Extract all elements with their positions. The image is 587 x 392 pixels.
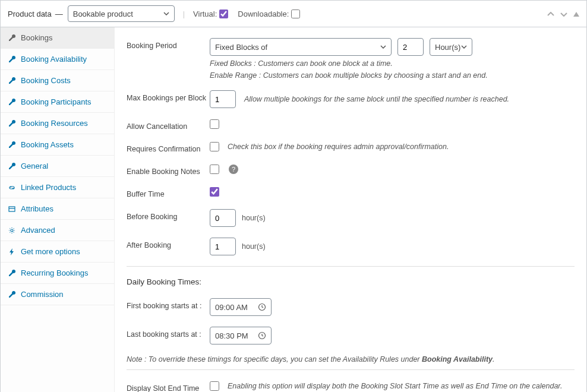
row-buffer-time: Buffer Time <box>127 186 575 198</box>
move-up-icon[interactable] <box>547 10 554 18</box>
buffer-time-label: Buffer Time <box>127 186 210 198</box>
after-booking-unit: hour(s) <box>242 242 266 251</box>
sidebar-item-booking-resources[interactable]: Booking Resources <box>1 113 114 134</box>
wrench-icon <box>8 141 16 149</box>
virtual-checkbox[interactable] <box>219 10 228 18</box>
wrench-icon <box>8 34 16 42</box>
last-booking-label: Last booking starts at : <box>127 327 210 339</box>
row-after-booking: After Booking hour(s) <box>127 238 575 255</box>
downloadable-checkbox[interactable] <box>291 10 300 18</box>
dash: — <box>55 10 63 18</box>
bolt-icon <box>8 248 16 256</box>
max-bookings-label: Max Bookings per Block <box>127 90 210 102</box>
max-bookings-help: Allow multiple bookings for the same blo… <box>244 95 509 103</box>
allow-cancellation-checkbox[interactable] <box>210 119 219 129</box>
sidebar-item-booking-assets[interactable]: Booking Assets <box>1 134 114 156</box>
display-slot-end-help: Enabling this option will display both t… <box>228 382 563 390</box>
booking-period-unit-select[interactable]: Hour(s) <box>430 38 472 56</box>
gear-icon <box>8 226 16 235</box>
sidebar-item-attributes[interactable]: Attributes <box>1 198 114 220</box>
last-booking-value: 08:30 PM <box>215 331 248 340</box>
downloadable-toggle[interactable]: Downloadable: <box>238 10 300 18</box>
before-booking-input[interactable] <box>210 209 236 227</box>
help-icon[interactable]: ? <box>229 165 238 174</box>
sidebar-item-label: Booking Resources <box>21 119 88 128</box>
panel-controls <box>547 10 579 18</box>
max-bookings-input[interactable] <box>210 90 236 108</box>
sidebar-item-recurring-bookings[interactable]: Recurring Bookings <box>1 263 114 284</box>
row-max-bookings: Max Bookings per Block Allow multiple bo… <box>127 90 575 108</box>
downloadable-label: Downloadable: <box>238 10 289 18</box>
first-booking-time-input[interactable]: 09:00 AM <box>210 298 272 316</box>
clock-icon <box>258 303 266 311</box>
chevron-down-icon <box>461 45 467 49</box>
sidebar-item-booking-costs[interactable]: Booking Costs <box>1 70 114 91</box>
sidebar-item-booking-availability[interactable]: Booking Availability <box>1 49 114 70</box>
wrench-icon <box>8 290 16 299</box>
sidebar-item-bookings[interactable]: Bookings <box>1 27 114 49</box>
row-enable-notes: Enable Booking Notes ? <box>127 164 575 176</box>
product-data-panel: Product data — Bookable product | Virtua… <box>0 0 587 392</box>
wrench-icon <box>8 269 16 277</box>
divider <box>127 369 575 370</box>
sidebar-item-label: Booking Costs <box>21 76 71 85</box>
requires-confirmation-help: Check this box if the booking requires a… <box>228 143 449 151</box>
collapse-icon[interactable] <box>573 10 579 18</box>
sidebar-item-label: Advanced <box>21 226 55 235</box>
enable-notes-label: Enable Booking Notes <box>127 164 210 176</box>
link-icon <box>8 184 16 192</box>
buffer-time-checkbox[interactable] <box>210 187 219 197</box>
booking-period-type-select[interactable]: Fixed Blocks of <box>210 38 392 56</box>
product-type-value: Bookable product <box>73 10 133 18</box>
booking-period-unit-value: Hour(s) <box>435 43 460 52</box>
wrench-icon <box>8 55 16 64</box>
before-booking-unit: hour(s) <box>242 214 266 222</box>
clock-icon <box>258 331 266 340</box>
box-icon <box>8 205 16 213</box>
sidebar-item-booking-participants[interactable]: Booking Participants <box>1 91 114 113</box>
sidebar-item-commission[interactable]: Commission <box>1 284 114 305</box>
sidebar-item-label: Booking Availability <box>21 55 87 64</box>
enable-notes-checkbox[interactable] <box>210 165 219 174</box>
sidebar-item-label: Bookings <box>21 33 52 42</box>
note-suffix: . <box>493 355 494 363</box>
chevron-down-icon <box>163 12 169 15</box>
last-booking-time-input[interactable]: 08:30 PM <box>210 327 272 344</box>
booking-period-help1: Fixed Blocks : Customers can book one bl… <box>210 59 575 68</box>
sidebar-item-label: Recurring Bookings <box>21 268 88 277</box>
virtual-toggle[interactable]: Virtual: <box>193 10 228 18</box>
requires-confirmation-checkbox[interactable] <box>210 142 219 151</box>
note-strong: Booking Availability <box>422 355 493 363</box>
sidebar-item-label: Linked Products <box>21 183 76 192</box>
sidebar-item-label: Get more options <box>21 247 80 256</box>
sidebar-item-general[interactable]: General <box>1 156 114 177</box>
sidebar-item-linked-products[interactable]: Linked Products <box>1 177 114 198</box>
before-booking-label: Before Booking <box>127 209 210 221</box>
display-slot-end-label: Display Slot End Time <box>127 381 210 392</box>
booking-period-qty-input[interactable] <box>397 38 424 56</box>
after-booking-input[interactable] <box>210 238 236 255</box>
divider <box>127 266 575 267</box>
svg-point-2 <box>11 229 13 232</box>
sidebar-item-get-more-options[interactable]: Get more options <box>1 241 114 263</box>
booking-period-label: Booking Period <box>127 38 210 50</box>
move-down-icon[interactable] <box>560 10 567 18</box>
row-display-slot-end: Display Slot End Time Enabling this opti… <box>127 381 575 392</box>
separator: | <box>183 10 185 18</box>
wrench-icon <box>8 98 16 106</box>
panel-header: Product data — Bookable product | Virtua… <box>1 1 586 27</box>
note-prefix: Note : To override these timings for spe… <box>127 355 422 363</box>
display-slot-end-checkbox[interactable] <box>210 381 219 391</box>
first-booking-label: First booking starts at : <box>127 298 210 310</box>
sidebar: Bookings Booking Availability Booking Co… <box>1 27 115 392</box>
sidebar-item-label: Booking Participants <box>21 97 91 106</box>
product-type-select[interactable]: Bookable product <box>68 5 175 22</box>
panel-body: Bookings Booking Availability Booking Co… <box>1 27 586 392</box>
row-first-booking: First booking starts at : 09:00 AM <box>127 298 575 316</box>
sidebar-item-label: Booking Assets <box>21 140 74 149</box>
panel-title: Product data <box>8 10 52 18</box>
booking-period-type-value: Fixed Blocks of <box>215 43 267 52</box>
virtual-label: Virtual: <box>193 10 217 18</box>
sidebar-item-advanced[interactable]: Advanced <box>1 220 114 241</box>
wrench-icon <box>8 119 16 128</box>
